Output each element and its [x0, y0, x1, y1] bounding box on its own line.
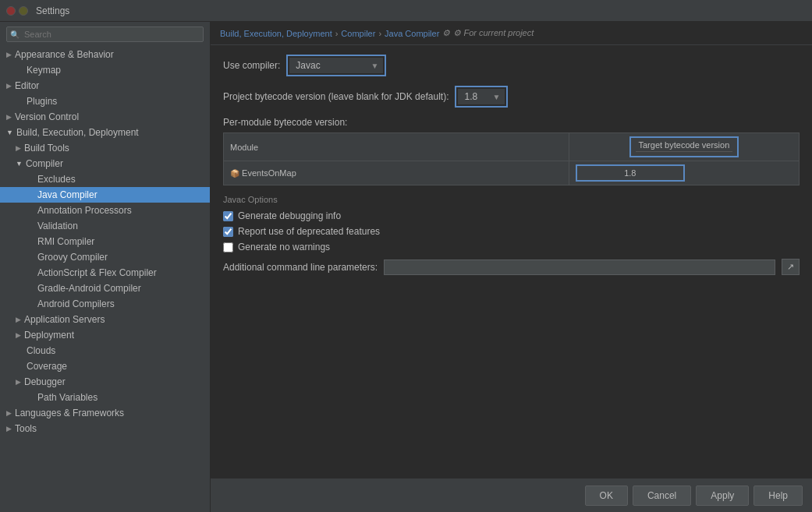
deprecated-checkbox[interactable] [223, 227, 233, 237]
use-compiler-row: Use compiler: Javac Eclipse Ajc ▼ [223, 55, 800, 76]
sidebar-item-label-excludes: Excludes [37, 174, 76, 185]
version-control-arrow: ▶ [6, 113, 12, 121]
application-servers-arrow: ▶ [16, 316, 21, 323]
gen-debug-row: Generate debugging info [223, 210, 800, 221]
per-module-label: Per-module bytecode version: [223, 117, 800, 128]
deployment-arrow: ▶ [16, 331, 21, 339]
sidebar: 🔍 ▶Appearance & BehaviorKeymap▶EditorPlu… [0, 22, 211, 512]
project-info: ⚙ ⚙ For current project [442, 28, 534, 38]
project-info-text: ⚙ For current project [453, 28, 534, 38]
sidebar-item-deployment[interactable]: ▶Deployment [0, 327, 210, 343]
breadcrumb-sep2: › [378, 29, 381, 38]
search-input[interactable] [6, 26, 204, 42]
editor-arrow: ▶ [6, 82, 12, 90]
help-button[interactable]: Help [753, 486, 803, 506]
minimize-button[interactable] [19, 6, 28, 16]
sidebar-item-clouds[interactable]: Clouds [0, 343, 210, 358]
ok-button[interactable]: OK [585, 486, 628, 506]
compiler-select-wrapper: Javac Eclipse Ajc ▼ [289, 58, 383, 73]
cancel-button[interactable]: Cancel [633, 486, 691, 506]
sidebar-item-label-application-servers: Application Servers [24, 314, 105, 325]
breadcrumb-part3: Java Compiler [385, 29, 439, 38]
sidebar-item-editor[interactable]: ▶Editor [0, 78, 210, 94]
no-warnings-label: Generate no warnings [238, 242, 330, 252]
languages-frameworks-arrow: ▶ [6, 409, 12, 417]
apply-button[interactable]: Apply [696, 486, 749, 506]
title-bar: Settings [0, 0, 812, 22]
sidebar-item-application-servers[interactable]: ▶Application Servers [0, 312, 210, 327]
sidebar-item-debugger[interactable]: ▶Debugger [0, 374, 210, 390]
breadcrumb-sep1: › [335, 29, 339, 38]
sidebar-item-annotation-processors[interactable]: Annotation Processors [0, 203, 210, 218]
no-warnings-row: Generate no warnings [223, 242, 800, 252]
javac-options-title: Javac Options [223, 195, 800, 204]
no-warnings-checkbox[interactable] [223, 242, 233, 252]
sidebar-item-label-compiler: Compiler [26, 158, 63, 169]
sidebar-item-build-execution-deployment[interactable]: ▼Build, Execution, Deployment [0, 125, 210, 140]
sidebar-item-label-deployment: Deployment [24, 330, 74, 341]
bytecode-label: Project bytecode version (leave blank fo… [223, 91, 449, 102]
appearance-behavior-arrow: ▶ [6, 51, 12, 58]
sidebar-item-actionscript-compiler[interactable]: ActionScript & Flex Compiler [0, 265, 210, 281]
bytecode-select[interactable]: 1.8 1.7 1.6 1.5 [458, 89, 505, 104]
sidebar-item-label-coverage: Coverage [27, 361, 67, 372]
sidebar-item-label-tools: Tools [15, 423, 37, 434]
sidebar-item-label-build-tools: Build Tools [24, 143, 69, 154]
bytecode-select-wrapper: 1.8 1.7 1.6 1.5 ▼ [458, 89, 505, 104]
sidebar-item-label-clouds: Clouds [27, 345, 55, 356]
sidebar-item-validation[interactable]: Validation [0, 218, 210, 234]
sidebar-item-path-variables[interactable]: Path Variables [0, 390, 210, 405]
version-col-header: Target bytecode version [569, 133, 799, 161]
module-name-cell: 📦 EventsOnMap [224, 161, 569, 185]
sidebar-item-label-actionscript-compiler: ActionScript & Flex Compiler [37, 267, 157, 278]
sidebar-item-android-compilers[interactable]: Android Compilers [0, 296, 210, 312]
sidebar-item-label-debugger: Debugger [24, 376, 66, 387]
sidebar-item-keymap[interactable]: Keymap [0, 62, 210, 78]
target-version-title: Target bytecode version [636, 140, 732, 152]
sidebar-item-tools[interactable]: ▶Tools [0, 421, 210, 436]
sidebar-tree: ▶Appearance & BehaviorKeymap▶EditorPlugi… [0, 47, 210, 512]
cmdline-input[interactable] [384, 260, 775, 275]
table-row: 📦 EventsOnMap 1.8 [224, 161, 800, 185]
sidebar-item-label-plugins: Plugins [27, 96, 57, 107]
sidebar-item-appearance-behavior[interactable]: ▶Appearance & Behavior [0, 47, 210, 62]
sidebar-item-rmi-compiler[interactable]: RMI Compiler [0, 234, 210, 249]
cmdline-label: Additional command line parameters: [223, 262, 378, 273]
sidebar-item-label-groovy-compiler: Groovy Compiler [37, 252, 108, 263]
cmdline-row: Additional command line parameters: ↗ [223, 259, 800, 275]
bytecode-version-row: Project bytecode version (leave blank fo… [223, 86, 800, 108]
deprecated-row: Report use of deprecated features [223, 226, 800, 237]
sidebar-item-gradle-android-compiler[interactable]: Gradle-Android Compiler [0, 281, 210, 296]
sidebar-item-label-appearance-behavior: Appearance & Behavior [15, 49, 114, 60]
settings-content: Use compiler: Javac Eclipse Ajc ▼ Projec… [211, 45, 812, 478]
sidebar-item-coverage[interactable]: Coverage [0, 358, 210, 374]
sidebar-item-java-compiler[interactable]: Java Compiler [0, 187, 210, 203]
sidebar-item-label-rmi-compiler: RMI Compiler [37, 236, 94, 247]
sidebar-item-label-version-control: Version Control [15, 111, 79, 122]
main-container: 🔍 ▶Appearance & BehaviorKeymap▶EditorPlu… [0, 22, 812, 512]
sidebar-item-label-build-execution-deployment: Build, Execution, Deployment [16, 127, 139, 138]
use-compiler-label: Use compiler: [223, 60, 280, 71]
gen-debug-checkbox[interactable] [223, 211, 233, 221]
sidebar-item-excludes[interactable]: Excludes [0, 171, 210, 187]
sidebar-item-label-validation: Validation [37, 221, 78, 231]
version-cell: 1.8 [569, 161, 799, 185]
compiler-select[interactable]: Javac Eclipse Ajc [289, 58, 383, 73]
sidebar-item-label-editor: Editor [15, 80, 39, 91]
sidebar-item-label-languages-frameworks: Languages & Frameworks [15, 408, 124, 418]
sidebar-item-label-keymap: Keymap [27, 65, 61, 76]
deprecated-label: Report use of deprecated features [238, 226, 380, 237]
sidebar-item-plugins[interactable]: Plugins [0, 94, 210, 109]
sidebar-item-compiler[interactable]: ▼Compiler [0, 156, 210, 171]
expand-button[interactable]: ↗ [782, 259, 800, 275]
close-button[interactable] [6, 6, 16, 16]
sidebar-item-build-tools[interactable]: ▶Build Tools [0, 140, 210, 156]
sidebar-item-groovy-compiler[interactable]: Groovy Compiler [0, 249, 210, 265]
window-controls[interactable] [6, 6, 28, 16]
module-section: Per-module bytecode version: Module Targ… [223, 117, 800, 185]
sidebar-item-version-control[interactable]: ▶Version Control [0, 109, 210, 125]
bottom-bar: OK Cancel Apply Help [211, 478, 812, 512]
sidebar-item-languages-frameworks[interactable]: ▶Languages & Frameworks [0, 405, 210, 421]
sidebar-item-label-path-variables: Path Variables [37, 392, 98, 403]
gen-debug-label: Generate debugging info [238, 210, 341, 221]
